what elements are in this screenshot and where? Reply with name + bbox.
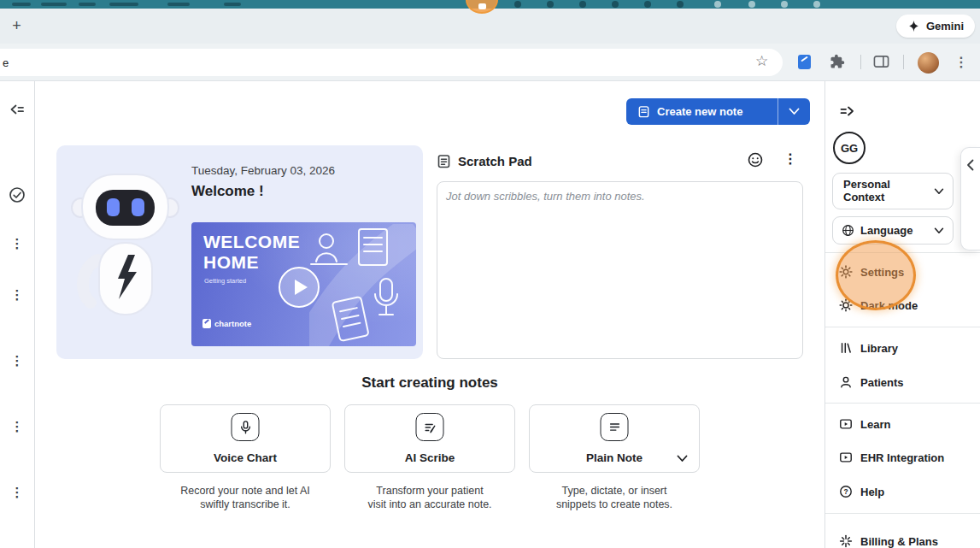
menubar-icon[interactable] (514, 1, 521, 8)
menu-text-mark (167, 3, 190, 6)
section-menu-icon[interactable]: ⋮ (11, 234, 24, 253)
sidebar-item-library[interactable]: Library (839, 339, 898, 357)
side-panel-icon[interactable] (873, 54, 889, 69)
task-check-icon[interactable] (9, 186, 26, 203)
gemini-label: Gemini (926, 20, 964, 32)
scratch-pad-input[interactable]: Jot down scribbles, turn them into notes… (437, 181, 803, 359)
ehr-integration-label: EHR Integration (860, 451, 944, 464)
create-new-note-label: Create new note (657, 105, 742, 118)
section-menu-icon[interactable]: ⋮ (11, 417, 24, 436)
brightness-icon (839, 298, 853, 312)
menubar-icon[interactable] (714, 1, 721, 8)
bookmark-star-icon[interactable]: ☆ (755, 53, 768, 70)
section-menu-icon[interactable]: ⋮ (11, 351, 24, 370)
section-menu-icon[interactable]: ⋮ (11, 483, 24, 502)
personal-context-label: Personal Context (843, 179, 934, 203)
scratch-pad-title: Scratch Pad (458, 154, 532, 168)
chevron-down-icon (934, 227, 944, 234)
menu-text-mark (109, 3, 138, 6)
person-icon (839, 375, 853, 389)
create-new-note-main[interactable]: Create new note (626, 105, 778, 118)
plain-note-card[interactable]: Plain Note (529, 404, 700, 473)
welcome-date: Tuesday, February 03, 2026 (191, 164, 335, 177)
collapsed-drawer-tab[interactable] (960, 147, 980, 250)
left-icon-rail: ⋮ ⋮ ⋮ ⋮ ⋮ (0, 81, 35, 548)
create-new-note-button[interactable]: Create new note (626, 98, 810, 125)
menubar-icon[interactable] (579, 1, 586, 8)
svg-text:?: ? (843, 487, 848, 496)
menubar-icon[interactable] (644, 1, 651, 8)
ai-scribe-description: Transform your patient visit into an acc… (344, 485, 515, 511)
microphone-icon (232, 413, 260, 441)
play-triangle-icon (295, 280, 308, 295)
banner-illustration (309, 224, 416, 346)
note-type-descriptions: Record your note and let AI swiftly tran… (35, 485, 824, 511)
menubar-icon[interactable] (677, 1, 684, 8)
new-tab-button[interactable]: + (5, 15, 28, 38)
voice-chart-description: Record your note and let AI swiftly tran… (160, 485, 331, 511)
globe-icon (842, 224, 854, 237)
language-label: Language (860, 224, 928, 237)
scratch-pad-menu-icon[interactable]: ⋮ (783, 150, 797, 168)
sidebar-item-billing-plans[interactable]: Billing & Plans (839, 532, 938, 548)
ai-scribe-icon (416, 413, 444, 441)
chevron-down-icon (934, 188, 944, 195)
menubar-icon[interactable] (781, 1, 788, 8)
plain-note-description: Type, dictate, or insert snippets to cre… (529, 485, 700, 511)
robot-mascot (58, 159, 193, 347)
help-icon: ? (839, 485, 853, 498)
language-dropdown[interactable]: Language (832, 216, 954, 245)
gear-icon (839, 265, 853, 279)
chevron-down-icon (789, 108, 800, 115)
voice-chart-label: Voice Chart (161, 451, 330, 464)
menubar-icon[interactable] (547, 1, 554, 8)
browser-menu-icon[interactable]: ⋮ (954, 52, 968, 73)
sparkle-icon (839, 534, 853, 548)
sidebar-item-help[interactable]: ? Help (839, 482, 884, 501)
menubar-icon[interactable] (612, 1, 619, 8)
expand-panel-icon[interactable] (839, 103, 855, 119)
banner-title-line2: HOME (203, 252, 259, 273)
plain-note-label: Plain Note (530, 451, 699, 464)
video-play-icon (839, 417, 853, 431)
right-sidebar: GG Personal Context Language (824, 81, 980, 548)
personal-context-dropdown[interactable]: Personal Context (832, 173, 954, 209)
welcome-card: Tuesday, February 03, 2026 Welcome ! WEL… (56, 145, 423, 359)
ai-scribe-card[interactable]: AI Scribe (344, 404, 515, 473)
start-creating-notes-heading: Start creating notes (35, 374, 824, 392)
menubar-icon[interactable] (813, 1, 820, 8)
banner-play-button[interactable] (279, 267, 320, 308)
integration-icon (839, 451, 853, 464)
sidebar-divider (825, 252, 980, 253)
chartnote-logo: chartnote (202, 319, 251, 328)
feedback-smiley-icon[interactable] (747, 151, 764, 168)
sidebar-item-patients[interactable]: Patients (839, 373, 904, 392)
sidebar-divider (825, 327, 980, 327)
gemini-button[interactable]: Gemini (896, 15, 975, 38)
sidebar-item-dark-mode[interactable]: Dark mode (839, 296, 918, 315)
section-menu-icon[interactable]: ⋮ (11, 286, 24, 304)
browser-profile-avatar[interactable] (918, 52, 939, 74)
plain-note-dropdown-icon[interactable] (677, 455, 688, 463)
voice-chart-card[interactable]: Voice Chart (160, 404, 331, 473)
chartnote-logo-icon (202, 319, 211, 328)
sidebar-item-learn[interactable]: Learn (839, 415, 890, 433)
screen: + Gemini e ☆ ⋮ (0, 0, 980, 548)
chevron-left-icon (965, 158, 977, 172)
menubar-icon[interactable] (748, 1, 755, 8)
sidebar-item-settings[interactable]: Settings (839, 262, 904, 281)
sidebar-divider (825, 403, 980, 404)
address-bar[interactable]: e (0, 49, 783, 76)
collapse-panel-icon[interactable] (9, 102, 26, 117)
billing-plans-label: Billing & Plans (860, 535, 938, 548)
note-type-cards: Voice Chart AI Scribe (35, 404, 824, 473)
toolbar-divider (903, 55, 904, 69)
extensions-puzzle-icon[interactable] (830, 54, 845, 69)
ai-scribe-label: AI Scribe (345, 451, 514, 464)
sidebar-item-ehr-integration[interactable]: EHR Integration (839, 448, 944, 467)
create-note-dropdown[interactable] (778, 98, 810, 125)
user-avatar[interactable]: GG (833, 132, 866, 164)
browser-tab-strip: + Gemini (0, 9, 980, 44)
pinned-extension-icon[interactable] (798, 55, 811, 69)
banner-subtitle: Getting started (204, 277, 246, 285)
